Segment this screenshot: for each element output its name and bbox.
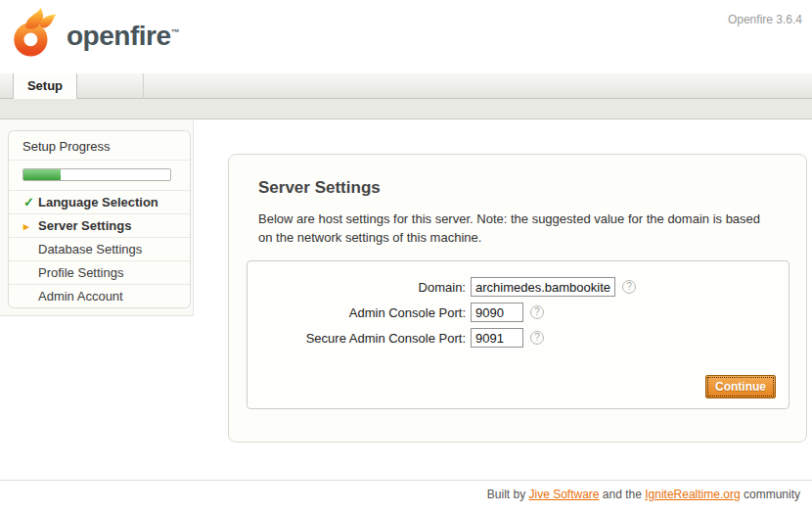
footer-text: community [741, 488, 800, 501]
form-row-secure-port: Secure Admin Console Port: ? [248, 328, 789, 348]
secure-port-input[interactable] [471, 328, 523, 348]
check-icon: ✓ [23, 191, 37, 214]
sidebar-item-label: Server Settings [38, 218, 131, 233]
arrow-right-icon: ▸ [23, 214, 37, 238]
continue-button[interactable]: Continue [705, 375, 776, 398]
logo-text: openfire [67, 21, 170, 51]
server-settings-form: Domain: ? Admin Console Port: ? Secure A… [247, 260, 789, 409]
logo-wordmark: openfire™ [67, 21, 179, 52]
header: openfire™ Openfire 3.6.4 [0, 0, 812, 73]
version-label: Openfire 3.6.4 [728, 13, 802, 26]
tab-setup[interactable]: Setup [13, 73, 77, 99]
setup-progress-box: Setup Progress ✓ Language Selection ▸ Se… [8, 130, 191, 308]
secure-port-label: Secure Admin Console Port: [248, 331, 471, 346]
help-icon[interactable]: ? [622, 280, 636, 294]
sidebar-item-admin-account: Admin Account [9, 285, 190, 308]
domain-label: Domain: [248, 280, 471, 295]
sidebar-item-label: Language Selection [38, 195, 158, 210]
admin-port-label: Admin Console Port: [248, 305, 471, 320]
footer-credit: Built by Jive Software and the IgniteRea… [487, 488, 800, 501]
tab-separator [143, 73, 144, 99]
sidebar-item-label: Admin Account [38, 289, 123, 303]
admin-port-input[interactable] [471, 303, 523, 322]
help-icon[interactable]: ? [530, 305, 544, 319]
jive-software-link[interactable]: Jive Software [529, 488, 600, 501]
page-description: Below are host settings for this server.… [258, 210, 777, 248]
sidebar-column: Setup Progress ✓ Language Selection ▸ Se… [0, 120, 194, 316]
progress-bar [23, 168, 171, 181]
progress-bar-wrap [9, 161, 190, 191]
setup-progress-title: Setup Progress [9, 131, 190, 161]
sub-nav-bar [0, 99, 812, 119]
page-title: Server Settings [258, 178, 806, 198]
openfire-logo: openfire™ [12, 7, 179, 58]
sidebar-item-profile-settings: Profile Settings [9, 261, 190, 285]
trademark-symbol: ™ [170, 27, 179, 37]
help-icon[interactable]: ? [530, 331, 544, 345]
main-panel: Server Settings Below are host settings … [228, 154, 807, 443]
sidebar-item-label: Profile Settings [38, 265, 123, 280]
domain-input[interactable] [471, 277, 615, 297]
progress-bar-fill [23, 169, 61, 180]
sidebar-item-label: Database Settings [38, 242, 142, 256]
sidebar-item-language-selection: ✓ Language Selection [9, 191, 190, 214]
footer-divider [0, 480, 812, 481]
igniterealtime-link[interactable]: IgniteRealtime.org [645, 488, 740, 501]
flame-icon [12, 7, 59, 58]
sidebar-item-server-settings: ▸ Server Settings [9, 214, 190, 238]
footer-text: Built by [487, 488, 529, 501]
footer-text: and the [600, 488, 646, 501]
form-row-admin-port: Admin Console Port: ? [248, 303, 789, 322]
tab-bar: Setup [0, 73, 812, 99]
form-row-domain: Domain: ? [248, 277, 789, 297]
sidebar-item-database-settings: Database Settings [9, 238, 190, 261]
